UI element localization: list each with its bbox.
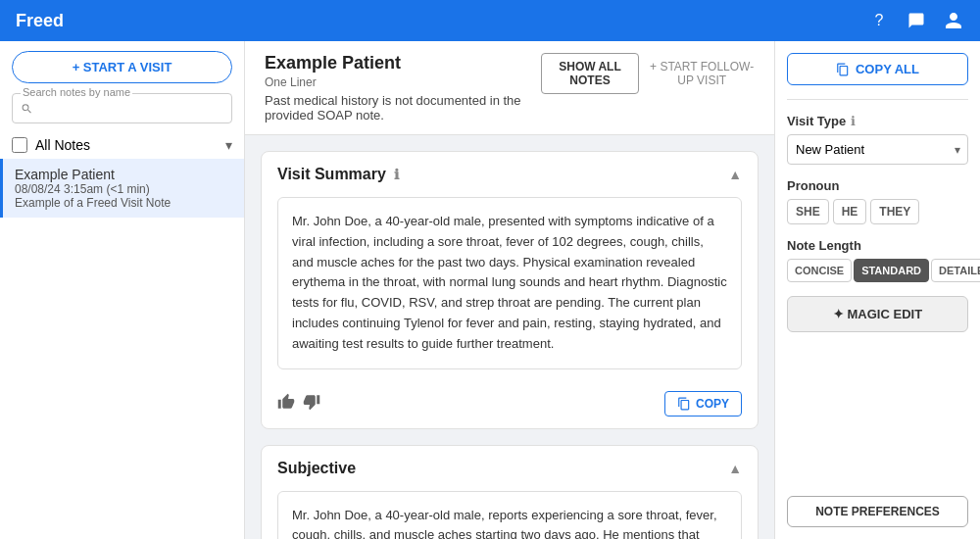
pronoun-group: SHE HE THEY	[787, 199, 968, 224]
pronoun-label: Pronoun	[787, 178, 968, 193]
all-notes-checkbox[interactable]	[12, 137, 27, 153]
user-icon[interactable]	[943, 10, 964, 31]
visit-summary-header: Visit Summary ℹ ▲	[262, 152, 758, 197]
feedback-icons	[277, 393, 320, 415]
chat-icon[interactable]	[906, 10, 927, 31]
pronoun-he-button[interactable]: HE	[833, 199, 867, 224]
patient-header-left: Example Patient One Liner Past medical h…	[265, 53, 541, 122]
sidebar: + START A VISIT Search notes by name All…	[0, 41, 245, 539]
main-content: Example Patient One Liner Past medical h…	[245, 41, 774, 539]
pronoun-they-button[interactable]: THEY	[870, 199, 919, 224]
note-length-section: Note Length CONCISE STANDARD DETAILED	[787, 238, 968, 282]
visit-type-section: Visit Type ℹ New Patient Follow-Up Consu…	[787, 114, 968, 165]
visit-type-select[interactable]: New Patient Follow-Up Consultation	[787, 134, 968, 165]
magic-edit-button[interactable]: ✦ MAGIC EDIT	[787, 296, 968, 332]
visit-type-select-wrapper: New Patient Follow-Up Consultation ▾	[787, 134, 968, 165]
right-panel: COPY ALL Visit Type ℹ New Patient Follow…	[774, 41, 980, 539]
app-logo: Freed	[16, 11, 64, 31]
patient-header-name: Example Patient	[265, 53, 541, 74]
thumbs-down-button[interactable]	[303, 393, 320, 415]
visit-summary-text: Mr. John Doe, a 40-year-old male, presen…	[277, 197, 742, 369]
subjective-collapse-icon[interactable]: ▲	[728, 461, 742, 476]
pronoun-she-button[interactable]: SHE	[787, 199, 829, 224]
patient-header-right: SHOW ALL NOTES + START FOLLOW-UP VISIT	[541, 53, 755, 94]
search-notes-label: Search notes by name	[21, 86, 132, 98]
help-icon[interactable]: ?	[868, 10, 890, 31]
all-notes-row[interactable]: All Notes ▾	[0, 131, 244, 159]
visit-type-info-icon[interactable]: ℹ	[851, 114, 856, 128]
pronoun-section: Pronoun SHE HE THEY	[787, 178, 968, 224]
thumbs-up-button[interactable]	[277, 393, 295, 415]
start-followup-button[interactable]: + START FOLLOW-UP VISIT	[649, 60, 755, 87]
patient-header-desc: Past medical history is not documented i…	[265, 93, 541, 122]
patient-date: 08/08/24 3:15am (<1 min)	[15, 182, 232, 196]
divider-1	[787, 99, 968, 100]
note-length-label: Note Length	[787, 238, 968, 253]
note-length-concise-button[interactable]: CONCISE	[787, 259, 852, 282]
subjective-content: Mr. John Doe, a 40-year-old male, report…	[262, 491, 758, 539]
search-notes-container: Search notes by name	[12, 93, 232, 123]
visit-summary-copy-button[interactable]: COPY	[664, 391, 742, 416]
visit-summary-content: Mr. John Doe, a 40-year-old male, presen…	[262, 197, 758, 383]
show-all-notes-button[interactable]: SHOW ALL NOTES	[541, 53, 640, 94]
patient-header-tag: One Liner	[265, 75, 541, 89]
note-preferences-button[interactable]: NOTE PREFERENCES	[787, 496, 968, 527]
chevron-down-icon: ▾	[225, 137, 232, 153]
visit-summary-footer: COPY	[262, 383, 758, 428]
top-nav-actions: ?	[868, 10, 964, 31]
app-body: + START A VISIT Search notes by name All…	[0, 41, 980, 539]
note-length-detailed-button[interactable]: DETAILED	[931, 259, 980, 282]
all-notes-label: All Notes	[35, 137, 90, 153]
copy-all-button[interactable]: COPY ALL	[787, 53, 968, 85]
note-length-standard-button[interactable]: STANDARD	[854, 259, 929, 282]
visit-summary-collapse-icon[interactable]: ▲	[728, 167, 742, 182]
visit-summary-title: Visit Summary ℹ	[277, 166, 399, 183]
subjective-title: Subjective	[277, 460, 356, 477]
note-length-group: CONCISE STANDARD DETAILED	[787, 259, 968, 282]
top-nav: Freed ?	[0, 0, 980, 41]
subjective-header: Subjective ▲	[262, 446, 758, 491]
patient-list-item[interactable]: Example Patient 08/08/24 3:15am (<1 min)…	[0, 159, 244, 218]
visit-summary-card: Visit Summary ℹ ▲ Mr. John Doe, a 40-yea…	[261, 151, 759, 429]
notes-scroll-area: Visit Summary ℹ ▲ Mr. John Doe, a 40-yea…	[245, 135, 774, 539]
subjective-card: Subjective ▲ Mr. John Doe, a 40-year-old…	[261, 445, 759, 539]
patient-name: Example Patient	[15, 167, 232, 182]
start-visit-button[interactable]: + START A VISIT	[12, 51, 232, 83]
subjective-text: Mr. John Doe, a 40-year-old male, report…	[277, 491, 742, 539]
patient-header: Example Patient One Liner Past medical h…	[245, 41, 774, 135]
search-notes-input[interactable]	[39, 96, 223, 121]
search-icon	[21, 102, 33, 116]
visit-type-label: Visit Type ℹ	[787, 114, 968, 128]
visit-summary-info-icon[interactable]: ℹ	[394, 167, 399, 182]
patient-note-type: Example of a Freed Visit Note	[15, 196, 232, 210]
